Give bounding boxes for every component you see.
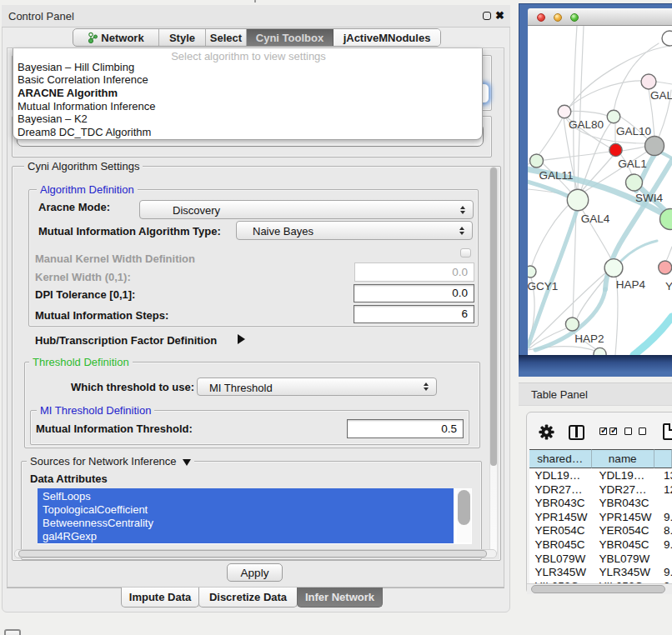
apply-button[interactable]: Apply bbox=[227, 563, 283, 582]
mi-type-combo[interactable]: Naive Bayes bbox=[236, 221, 473, 240]
control-panel-titlebar[interactable] bbox=[2, 5, 510, 28]
close-traffic-light-icon[interactable] bbox=[537, 13, 545, 22]
list-scrollbar-thumb[interactable] bbox=[458, 490, 470, 525]
attribute-item[interactable]: SelfLoops bbox=[43, 490, 443, 502]
network-node[interactable] bbox=[662, 31, 672, 46]
attribute-item[interactable]: gal4RGexp bbox=[43, 530, 443, 542]
aracne-mode-combo[interactable]: Discovery bbox=[139, 200, 474, 219]
network-edge[interactable] bbox=[574, 26, 577, 189]
tab-style[interactable]: Style bbox=[159, 29, 206, 46]
attribute-item[interactable]: BetweennessCentrality bbox=[43, 517, 443, 529]
node-label: SWI4 bbox=[635, 192, 663, 204]
network-node[interactable] bbox=[530, 154, 544, 168]
table-cell: YDR27… bbox=[535, 483, 583, 496]
network-node[interactable] bbox=[626, 174, 643, 191]
panel-dock-icon[interactable] bbox=[4, 629, 21, 635]
algorithm-option[interactable]: Dream8 DC_TDC Algorithm bbox=[17, 126, 467, 138]
table-header-cell[interactable]: shared… bbox=[529, 449, 592, 468]
network-edge[interactable] bbox=[528, 179, 569, 197]
network-node[interactable] bbox=[565, 318, 579, 331]
float-window-icon[interactable] bbox=[483, 12, 491, 20]
network-node[interactable] bbox=[607, 110, 620, 123]
data-attributes-list[interactable]: SelfLoopsTopologicalCoefficientBetweenne… bbox=[38, 488, 472, 544]
unchecked-column-icon[interactable] bbox=[639, 428, 646, 435]
table-scrollbar-thumb[interactable] bbox=[531, 585, 665, 593]
network-node[interactable] bbox=[659, 261, 672, 274]
table-row[interactable]: YBR045CYBR045C9. bbox=[529, 538, 672, 552]
bottom-tab-impute-data[interactable]: Impute Data bbox=[121, 588, 199, 608]
list-vertical-scrollbar[interactable] bbox=[457, 489, 471, 542]
tab-jactivemnodules[interactable]: jActiveMNodules bbox=[333, 29, 440, 46]
table-row[interactable]: YBL079WYBL079W bbox=[529, 552, 672, 566]
table-header-cell[interactable]: name bbox=[592, 449, 655, 468]
table-cell: YDR27… bbox=[599, 483, 647, 496]
bottom-tab-discretize-data[interactable]: Discretize Data bbox=[198, 588, 298, 608]
algorithm-option[interactable]: ARACNE Algorithm bbox=[17, 87, 467, 99]
network-edge[interactable] bbox=[661, 152, 672, 158]
which-threshold-combo[interactable]: MI Threshold bbox=[197, 378, 437, 396]
tab-cyni-toolbox[interactable]: Cyni Toolbox bbox=[247, 29, 333, 46]
columns-icon[interactable] bbox=[569, 425, 584, 440]
mi-steps-field[interactable]: 6 bbox=[354, 305, 474, 323]
network-edge[interactable] bbox=[539, 118, 563, 155]
settings-horizontal-thumb[interactable] bbox=[18, 550, 487, 558]
settings-vertical-thumb[interactable] bbox=[490, 168, 497, 466]
table-row[interactable]: YDL19…YDL19…13 bbox=[529, 468, 672, 482]
table-row[interactable]: YER054CYER054C8. bbox=[529, 523, 672, 538]
table-row[interactable]: YDR27…YDR27…12 bbox=[529, 482, 672, 497]
network-edge[interactable] bbox=[656, 82, 672, 84]
network-node[interactable] bbox=[558, 105, 571, 118]
table-cell: YBR043C bbox=[599, 497, 649, 509]
hub-definition-label[interactable]: Hub/Transcription Factor Definition bbox=[35, 334, 217, 347]
network-canvas[interactable]: GALGAL80GAL10GAL1GAL11GAL4SWI4GCY1HAP4YH… bbox=[528, 26, 672, 355]
table-header-cell[interactable] bbox=[654, 449, 672, 468]
zoom-traffic-light-icon[interactable] bbox=[570, 13, 579, 22]
network-edge[interactable] bbox=[544, 152, 609, 160]
network-edge[interactable] bbox=[665, 247, 672, 262]
algorithm-option[interactable]: Bayesian – K2 bbox=[17, 112, 467, 125]
sources-group-title[interactable]: Sources for Network Inference bbox=[27, 455, 194, 468]
minimize-traffic-light-icon[interactable] bbox=[554, 13, 562, 22]
checked-column-icon[interactable]: ✓ bbox=[609, 428, 617, 435]
which-threshold-value: MI Threshold bbox=[209, 382, 273, 394]
dpi-tolerance-field[interactable]: 0.0 bbox=[354, 284, 474, 302]
table-cell: YER054C bbox=[535, 524, 585, 537]
network-window-titlebar[interactable] bbox=[528, 8, 672, 26]
close-icon[interactable]: ✖ bbox=[495, 9, 504, 22]
expand-arrow-icon[interactable] bbox=[238, 334, 245, 344]
network-node[interactable] bbox=[567, 189, 588, 210]
import-file-icon[interactable] bbox=[663, 423, 672, 440]
tab-network[interactable]: Network bbox=[73, 29, 159, 46]
network-edge[interactable] bbox=[634, 317, 672, 355]
network-node[interactable] bbox=[609, 143, 622, 156]
attribute-item[interactable]: TopologicalCoefficient bbox=[43, 503, 443, 516]
table-body: YDL19…YDL19…13YDR27…YDR27…12YBR043CYBR04… bbox=[529, 468, 672, 583]
unchecked-column-icon[interactable] bbox=[624, 428, 632, 435]
network-node[interactable] bbox=[645, 137, 664, 156]
manual-kernel-checkbox[interactable] bbox=[460, 248, 471, 258]
network-node[interactable] bbox=[604, 259, 623, 278]
gear-icon[interactable] bbox=[539, 424, 554, 440]
table-row[interactable]: YPR145WYPR145W9. bbox=[529, 510, 672, 524]
network-edge[interactable] bbox=[622, 147, 645, 151]
manual-kernel-label: Manual Kernel Width Definition bbox=[35, 252, 195, 265]
algorithm-option[interactable]: Bayesian – Hill Climbing bbox=[17, 61, 467, 73]
tab-select[interactable]: Select bbox=[206, 29, 247, 46]
network-edge[interactable] bbox=[564, 81, 646, 112]
table-row[interactable]: YLR345WYLR345W9. bbox=[529, 565, 672, 579]
bottom-tab-infer-network[interactable]: Infer Network bbox=[297, 588, 383, 608]
network-edge[interactable] bbox=[578, 26, 584, 189]
mi-threshold-field[interactable]: 0.5 bbox=[347, 419, 464, 438]
checked-column-icon[interactable]: ✓ bbox=[599, 428, 607, 435]
network-window-bottom-frame bbox=[519, 355, 672, 377]
table-row[interactable]: YBR043CYBR043C bbox=[529, 496, 672, 510]
algorithm-option[interactable]: Basic Correlation Inference bbox=[17, 73, 467, 86]
network-node[interactable] bbox=[528, 266, 536, 278]
aracne-mode-label: Aracne Mode: bbox=[38, 201, 110, 213]
network-node[interactable] bbox=[641, 74, 656, 89]
network-node[interactable] bbox=[594, 348, 606, 355]
algorithm-option[interactable]: Mutual Information Inference bbox=[17, 100, 467, 112]
network-edge[interactable] bbox=[532, 203, 570, 265]
kernel-width-field[interactable]: 0.0 bbox=[354, 262, 474, 282]
network-edge[interactable] bbox=[621, 241, 657, 261]
